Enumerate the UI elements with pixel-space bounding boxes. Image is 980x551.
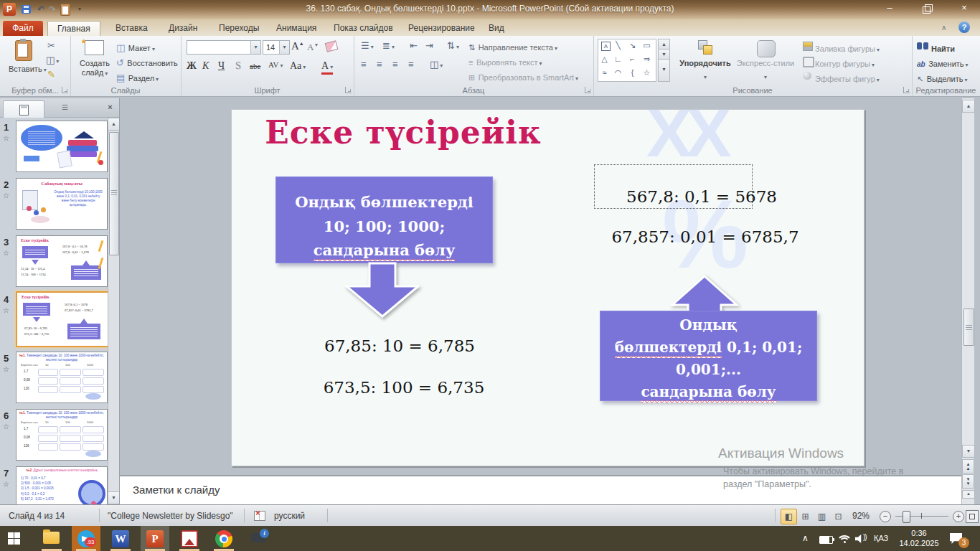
bullets-icon[interactable]: ☰ xyxy=(361,40,374,51)
line-spacing-icon[interactable]: ⇅ xyxy=(447,40,459,51)
text-shadow-button[interactable]: S xyxy=(235,60,241,72)
align-left-icon[interactable]: ≡ xyxy=(361,59,367,70)
taskbar-info-app[interactable]: i xyxy=(244,526,273,551)
paragraph-dialog-launcher[interactable] xyxy=(585,87,591,93)
zoom-slider-thumb[interactable] xyxy=(903,511,910,523)
font-dialog-launcher[interactable] xyxy=(345,87,352,93)
taskbar-powerpoint-active[interactable]: P xyxy=(141,526,169,551)
view-sorter-button[interactable]: ⊞ xyxy=(797,509,814,524)
notes-pane[interactable]: Заметки к слайду xyxy=(120,475,961,506)
scroll-up-button[interactable]: ▲ xyxy=(962,100,975,113)
font-name-combo[interactable]: ▾ xyxy=(187,40,261,55)
shape-scribble-icon[interactable]: ≈ xyxy=(599,67,610,78)
select-button[interactable]: ↖ Выделить xyxy=(917,72,967,85)
bold-button[interactable]: Ж xyxy=(187,60,197,72)
right-purple-box[interactable]: Ондық бөлшектерді 0,1; 0,01; 0,001;... с… xyxy=(600,311,817,401)
panel-close-icon[interactable]: × xyxy=(105,102,116,113)
layout-button[interactable]: ◫ Макет xyxy=(116,41,155,54)
slide-4-editing-surface[interactable]: Еске түсірейік XX % 567,8: 0,1 = 5678 67… xyxy=(231,109,864,466)
panel-scroll-down[interactable]: ▼ xyxy=(108,491,120,504)
next-slide-button[interactable]: ▼▼ xyxy=(962,474,974,489)
font-name-dropdown-icon[interactable]: ▾ xyxy=(250,41,260,54)
view-slideshow-button[interactable]: ⊡ xyxy=(830,509,847,524)
taskbar-picture-manager[interactable] xyxy=(175,526,204,551)
change-case-button[interactable]: Aa xyxy=(290,60,306,72)
smartart-button[interactable]: ⊞ Преобразовать в SmartArt xyxy=(468,70,578,83)
shapes-gallery[interactable]: A ╲ ↘ ▭ △ ∟ ⌐ ⇒ ≈ ◠ { ☆ xyxy=(598,39,656,82)
zoom-level[interactable]: 92% xyxy=(852,511,870,521)
collapse-ribbon-icon[interactable]: ∧ xyxy=(941,24,946,32)
scroll-down-button[interactable]: ▼ xyxy=(962,445,975,458)
start-button[interactable] xyxy=(0,526,29,551)
underline-button[interactable]: Ч xyxy=(218,60,225,72)
left-purple-box[interactable]: Ондық бөлшектерді 10; 100; 1000; сандары… xyxy=(275,176,493,263)
slide-4-thumbnail[interactable]: Еске түсірейік 67,85: 10 = 6,785673,5: 1… xyxy=(16,291,109,347)
up-block-arrow[interactable] xyxy=(662,275,747,314)
zoom-out-button[interactable]: − xyxy=(880,511,891,522)
format-painter-icon[interactable]: ✎ xyxy=(47,69,55,80)
increase-indent-icon[interactable]: ⇥ xyxy=(425,40,433,51)
find-button[interactable]: Найти xyxy=(917,42,955,55)
help-icon[interactable]: ? xyxy=(958,22,970,33)
shape-arc-icon[interactable]: ◠ xyxy=(613,67,623,78)
spellcheck-icon[interactable] xyxy=(254,511,265,521)
tab-review[interactable]: Рецензирование xyxy=(399,21,484,36)
minimize-button[interactable]: – xyxy=(875,1,904,14)
down-block-arrow[interactable] xyxy=(345,262,420,318)
shrink-font-button[interactable]: A▼ xyxy=(307,42,319,53)
section-button[interactable]: ▤ Раздел xyxy=(116,71,159,84)
tab-transitions[interactable]: Переходы xyxy=(209,21,268,36)
align-right-icon[interactable]: ≡ xyxy=(392,59,398,70)
notes-placeholder[interactable]: Заметки к слайду xyxy=(133,484,220,496)
restore-button[interactable] xyxy=(913,1,941,14)
wifi-icon[interactable] xyxy=(838,534,851,544)
drawing-dialog-launcher[interactable] xyxy=(903,87,910,93)
taskbar-chrome[interactable] xyxy=(209,526,238,551)
language-indicator[interactable]: русский xyxy=(274,511,305,521)
shape-star-icon[interactable]: ☆ xyxy=(641,67,652,78)
strikethrough-button[interactable]: abe xyxy=(250,62,260,70)
tab-insert[interactable]: Вставка xyxy=(106,21,157,36)
clear-formatting-icon[interactable] xyxy=(325,40,339,52)
notes-scroll-up[interactable]: ▲ xyxy=(962,490,975,499)
fit-to-window-button[interactable] xyxy=(966,510,979,523)
battery-icon[interactable] xyxy=(819,536,833,544)
theme-name[interactable]: "College Newsletter by Slidesgo" xyxy=(108,511,233,521)
copy-icon[interactable]: ◫ xyxy=(46,55,59,65)
clipboard-dialog-launcher[interactable] xyxy=(62,87,68,93)
panel-scroll-thumb[interactable] xyxy=(109,132,119,255)
grow-font-button[interactable]: A▲ xyxy=(291,40,304,52)
zoom-in-button[interactable]: + xyxy=(953,511,964,522)
slide-1-thumbnail[interactable] xyxy=(16,121,108,172)
shape-arrow-icon[interactable]: ↘ xyxy=(627,40,638,51)
view-normal-button[interactable]: ◧ xyxy=(781,509,797,524)
tab-animations[interactable]: Анимация xyxy=(267,21,326,36)
shapes-more-button[interactable]: ▼ xyxy=(658,59,670,82)
shape-brace-icon[interactable]: { xyxy=(627,67,638,78)
taskbar-word[interactable]: W xyxy=(106,526,135,551)
shape-triangle-icon[interactable]: △ xyxy=(599,54,610,65)
shape-elbow-icon[interactable]: ∟ xyxy=(613,54,623,65)
outline-tab-icon[interactable]: ☰ xyxy=(62,104,72,111)
equation-top-2[interactable]: 67,857: 0,01 = 6785,7 xyxy=(605,227,806,246)
justify-icon[interactable]: ≡ xyxy=(408,59,414,70)
equation-bottom-1[interactable]: 67,85: 10 = 6,785 xyxy=(299,336,500,355)
shape-fill-button[interactable]: Заливка фигуры xyxy=(803,42,880,55)
slide-5-thumbnail[interactable]: №1. Төмендегі сандарды 10, 100 және 1000… xyxy=(16,352,108,403)
shape-outline-button[interactable]: Контур фигуры xyxy=(803,57,875,70)
equation-top-1[interactable]: 567,8: 0,1 = 5678 xyxy=(623,187,781,206)
close-button[interactable]: × xyxy=(950,1,979,14)
tab-view[interactable]: Вид xyxy=(479,21,514,36)
font-size-dropdown-icon[interactable]: ▾ xyxy=(279,41,289,54)
slide-7-thumbnail[interactable]: №2. Дұрыс шығарылғанын есептеп шығарайық… xyxy=(16,466,108,504)
panel-scroll-up[interactable]: ▲ xyxy=(108,118,120,131)
columns-icon[interactable]: ◫ xyxy=(430,59,443,70)
shape-effects-button[interactable]: Эффекты фигур xyxy=(803,72,880,85)
cut-icon[interactable]: ✂ xyxy=(47,40,55,51)
previous-slide-button[interactable]: ▲▲ xyxy=(962,459,974,474)
tab-slides-thumbnails[interactable] xyxy=(3,100,44,118)
scroll-thumb[interactable] xyxy=(963,309,974,346)
align-text-button[interactable]: ≡ Выровнять текст xyxy=(468,55,542,68)
slide-6-thumbnail[interactable]: №1. Төмендегі сандарды 10, 100 және 1000… xyxy=(16,409,108,461)
taskbar-telegram[interactable]: .93 xyxy=(72,526,100,551)
